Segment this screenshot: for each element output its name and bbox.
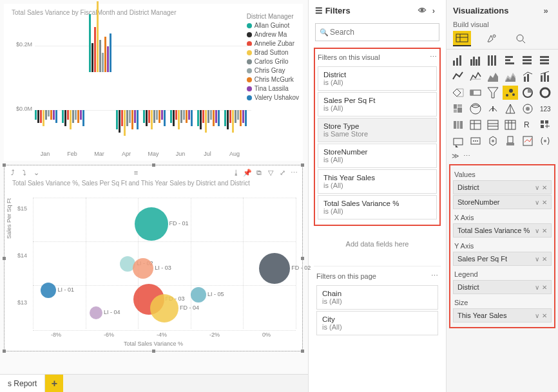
drill-up-icon[interactable]: ⤴ [7, 167, 19, 178]
show-icon[interactable]: 👁 [416, 6, 428, 15]
bubble[interactable] [90, 306, 102, 319]
bubble[interactable] [41, 283, 56, 298]
legend-item[interactable]: Andrew Ma [247, 30, 299, 39]
export-icon[interactable]: ⭳ [230, 167, 242, 178]
viz-type-icon[interactable] [468, 86, 483, 100]
viz-type-icon[interactable] [485, 118, 501, 132]
legend-item[interactable]: Carlos Grilo [247, 57, 299, 66]
legend-item[interactable]: Brad Sutton [247, 48, 299, 57]
viz-type-icon[interactable] [450, 86, 466, 100]
report-canvas[interactable]: Total Sales Variance by FiscalMonth and … [0, 0, 308, 392]
y-tick: $0.2M [10, 41, 32, 48]
viz-type-icon[interactable] [537, 134, 553, 148]
viz-type-icon[interactable]: R [520, 118, 535, 132]
viz-type-icon[interactable] [485, 86, 501, 100]
viz-type-icon[interactable] [468, 118, 483, 132]
legend-item[interactable]: Chris McGurk [247, 75, 299, 84]
viz-type-icon[interactable] [537, 53, 553, 68]
legend-item[interactable]: Valery Ushakov [247, 93, 299, 102]
add-field-hint[interactable]: Add data fields here [311, 231, 443, 257]
well-values[interactable]: District∨✕ [453, 180, 552, 194]
filter-card[interactable]: Cityis (All) [316, 311, 438, 335]
filter-card[interactable]: Total Sales Variance %is (All) [318, 195, 437, 219]
well-xaxis[interactable]: Total Sales Variance %∨✕ [453, 223, 552, 238]
well-values[interactable]: StoreNumber∨✕ [453, 195, 552, 209]
well-yaxis[interactable]: Sales Per Sq Ft∨✕ [453, 252, 552, 266]
focus-icon[interactable]: ⤢ [276, 167, 288, 178]
build-tab-fields[interactable] [453, 31, 471, 46]
tab-report[interactable]: s Report [0, 375, 45, 393]
viz-type-icon[interactable] [485, 70, 501, 84]
legend-item[interactable]: Annelie Zubar [247, 39, 299, 48]
svg-marker-32 [488, 88, 498, 98]
search-input[interactable] [329, 27, 435, 37]
well-legend[interactable]: District∨✕ [453, 280, 552, 294]
filter-card[interactable]: StoreNumberis (All) [318, 144, 437, 168]
viz-type-icon[interactable] [520, 134, 535, 148]
chart-bar[interactable]: Total Sales Variance by FiscalMonth and … [4, 4, 303, 161]
legend-item[interactable]: Allan Guinot [247, 21, 299, 30]
more-icon[interactable]: ⋯ [431, 272, 438, 280]
viz-type-icon[interactable] [468, 134, 483, 148]
viz-type-icon[interactable] [503, 53, 518, 68]
copy-icon[interactable]: ⧉ [253, 167, 265, 178]
viz-type-icon[interactable] [450, 134, 466, 148]
viz-type-icon[interactable] [537, 86, 553, 100]
svg-rect-57 [505, 120, 515, 129]
more-icon[interactable]: ⋯ [463, 152, 470, 160]
viz-type-icon[interactable] [537, 70, 553, 84]
viz-type-icon[interactable] [503, 118, 518, 132]
viz-type-icon[interactable]: 123 [537, 102, 553, 116]
viz-type-icon[interactable] [450, 70, 466, 84]
bubble[interactable] [133, 258, 153, 279]
automate-icon[interactable]: ≫ [452, 152, 459, 160]
viz-type-icon[interactable] [503, 134, 518, 148]
viz-type-icon[interactable] [485, 134, 501, 148]
chart-scatter[interactable]: ⤴ ⤵ ⌄ ≡ ⭳ 📌 ⧉ ▽ ⤢ ⋯ Total Sales Variance… [4, 165, 303, 351]
viz-type-icon[interactable] [485, 102, 501, 116]
collapse-icon[interactable]: › [428, 6, 439, 15]
viz-type-icon[interactable] [520, 102, 535, 116]
bubble[interactable] [259, 253, 290, 284]
tab-add[interactable]: + [45, 375, 63, 393]
filter-card[interactable]: Sales Per Sq Ftis (All) [318, 92, 437, 117]
viz-type-icon[interactable] [520, 86, 535, 100]
viz-type-icon[interactable] [468, 102, 483, 116]
drill-down-icon[interactable]: ⤵ [19, 167, 30, 178]
viz-type-icon[interactable] [520, 70, 535, 84]
viz-type-icon[interactable] [468, 53, 483, 68]
more-icon[interactable]: ⋯ [288, 167, 300, 178]
build-tab-analytics[interactable] [512, 31, 530, 46]
viz-type-icon[interactable] [450, 118, 466, 132]
search-box[interactable]: 🔍 [315, 23, 439, 41]
viz-type-icon[interactable] [503, 102, 518, 116]
legend-item[interactable]: Tina Lassila [247, 84, 299, 93]
bubble[interactable] [135, 207, 168, 241]
filter-card[interactable]: This Year Salesis (All) [318, 169, 437, 194]
viz-type-icon[interactable] [450, 102, 466, 116]
svg-text:123: 123 [540, 106, 551, 113]
bubble[interactable] [191, 287, 206, 303]
svg-rect-13 [488, 55, 490, 66]
collapse-icon[interactable]: » [540, 6, 552, 15]
filter-card[interactable]: Districtis (All) [318, 66, 437, 91]
viz-type-icon[interactable] [537, 118, 553, 132]
viz-type-icon[interactable] [520, 53, 535, 68]
more-icon[interactable]: ⋯ [430, 53, 437, 61]
well-size[interactable]: This Year Sales∨✕ [453, 308, 552, 322]
filter-card[interactable]: Chainis (All) [316, 285, 438, 310]
bubble[interactable] [150, 294, 178, 322]
build-tab-format[interactable] [483, 31, 501, 46]
viz-type-icon[interactable] [503, 86, 518, 100]
svg-rect-25 [524, 77, 526, 82]
viz-type-icon[interactable] [450, 53, 466, 68]
legend-item[interactable]: Chris Gray [247, 66, 299, 75]
viz-type-icon[interactable] [503, 70, 518, 84]
filter-icon[interactable]: ▽ [265, 167, 276, 178]
filter-card[interactable]: Store Typeis Same Store [318, 118, 437, 142]
svg-rect-11 [476, 59, 477, 66]
pin-icon[interactable]: 📌 [242, 167, 253, 178]
viz-type-icon[interactable] [485, 53, 501, 68]
expand-icon[interactable]: ⌄ [30, 167, 42, 178]
viz-type-icon[interactable] [468, 70, 483, 84]
